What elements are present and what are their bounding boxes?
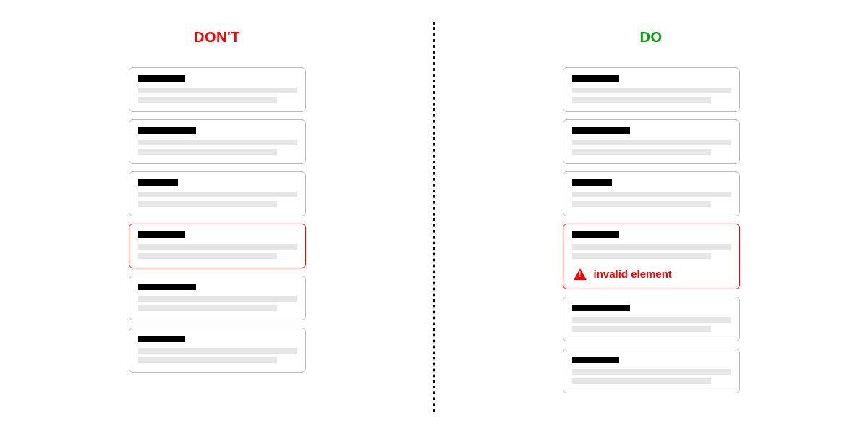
error-message-text: invalid element [594,268,672,280]
placeholder-line [572,244,731,250]
list-item [563,349,740,393]
placeholder-line [138,253,278,259]
placeholder-line [138,201,278,207]
placeholder-line [572,192,731,197]
placeholder-title [138,231,185,238]
placeholder-line [572,369,731,375]
dont-card-list [129,67,306,373]
placeholder-line [138,97,278,103]
placeholder-line [572,201,712,207]
list-item [563,119,740,164]
do-heading: DO [640,29,663,46]
placeholder-line [138,305,278,311]
placeholder-line [138,244,297,250]
placeholder-title [138,336,185,342]
warning-icon [574,268,587,280]
placeholder-line [138,192,297,197]
placeholder-line [572,97,712,103]
placeholder-line [138,140,297,145]
placeholder-line [138,88,297,93]
list-item [563,171,740,216]
placeholder-title [138,127,196,134]
placeholder-title [572,231,619,238]
placeholder-title [572,75,619,82]
placeholder-line [138,296,297,302]
dont-panel: DON'T [0,0,434,434]
placeholder-line [572,317,731,323]
list-item [563,297,740,341]
placeholder-line [138,348,297,354]
placeholder-title [138,284,196,290]
placeholder-title [572,127,630,134]
error-message-row: invalid element [572,268,731,280]
vertical-divider [433,22,435,412]
do-panel: DO inval [434,0,868,434]
list-item [129,67,306,112]
placeholder-line [572,149,712,155]
list-item [129,276,306,320]
do-card-list: invalid element [563,67,740,393]
placeholder-title [138,75,185,82]
list-item-error: invalid element [563,224,740,289]
placeholder-line [572,88,731,93]
list-item [129,171,306,216]
list-item [129,328,306,373]
placeholder-line [138,357,278,363]
placeholder-title [138,179,178,186]
placeholder-line [138,149,278,155]
placeholder-line [572,326,712,332]
list-item [563,67,740,112]
placeholder-title [572,357,619,363]
list-item-error [129,224,306,268]
placeholder-title [572,305,630,311]
list-item [129,119,306,164]
placeholder-line [572,378,712,384]
placeholder-line [572,253,712,259]
placeholder-title [572,179,612,186]
dont-heading: DON'T [194,29,240,46]
placeholder-line [572,140,731,145]
